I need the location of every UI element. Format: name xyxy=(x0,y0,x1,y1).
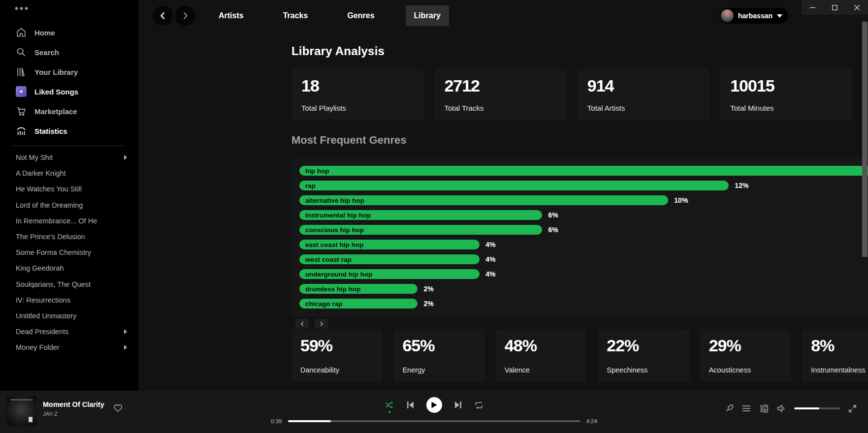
progress-bar[interactable] xyxy=(288,420,580,422)
genre-bar[interactable]: chicago rap xyxy=(299,299,418,309)
speaker-icon xyxy=(777,404,786,412)
playlist-item[interactable]: Money Folder xyxy=(0,340,138,355)
tab-library[interactable]: Library xyxy=(406,5,449,26)
genre-bar[interactable]: conscious hip hop xyxy=(299,225,542,235)
stat-card-total-playlists: 18 Total Playlists xyxy=(291,69,423,120)
playlist-label: The Prince's Delusion xyxy=(16,233,128,241)
playlist-label: He Watches You Still xyxy=(16,185,128,193)
app-menu-dots-icon[interactable]: ••• xyxy=(15,3,30,14)
previous-track-button[interactable] xyxy=(407,401,414,409)
sidebar-item-statistics[interactable]: Statistics xyxy=(0,121,138,141)
volume-button[interactable] xyxy=(777,404,786,412)
genre-bar[interactable]: drumless hip hop xyxy=(299,284,418,294)
genre-bar-label: conscious hip hop xyxy=(299,226,364,234)
stat-card-total-tracks: 2712 Total Tracks xyxy=(434,69,566,120)
playlist-item[interactable]: Soulqarians, The Quest xyxy=(0,277,138,292)
user-menu[interactable]: harbassan xyxy=(719,8,788,24)
feature-label: Energy xyxy=(402,366,476,374)
genres-pagination xyxy=(295,319,328,328)
repeat-button[interactable] xyxy=(474,401,483,409)
playlist-label: Lord of the Dreaming xyxy=(16,201,128,209)
shuffle-button[interactable] xyxy=(385,401,394,409)
genre-bar-label: alternative hip hop xyxy=(299,197,364,204)
genre-bar-label: hip hop xyxy=(299,167,329,175)
genre-bar-label: underground hip hop xyxy=(299,271,372,278)
prev-page-button[interactable] xyxy=(295,319,309,328)
sidebar-divider xyxy=(12,146,125,146)
genre-bar[interactable]: underground hip hop xyxy=(299,269,480,279)
progress-row: 0:39 4:24 xyxy=(0,418,868,424)
playlist-item[interactable]: The Prince's Delusion xyxy=(0,229,138,245)
sidebar-item-home[interactable]: Home xyxy=(0,23,138,42)
playlist-item[interactable]: He Watches You Still xyxy=(0,181,138,197)
maximize-icon xyxy=(832,5,837,10)
genres-bar-chart: hip hop 20% rap 12% alternative hip hop … xyxy=(291,158,868,317)
close-button[interactable] xyxy=(850,0,865,15)
feature-card-valence: 48% Valence xyxy=(496,329,587,382)
chevron-right-icon xyxy=(124,329,128,335)
genre-bar-percent: 6% xyxy=(548,226,558,234)
repeat-icon xyxy=(474,401,483,409)
queue-button[interactable] xyxy=(742,405,751,412)
stat-value: 10015 xyxy=(730,76,842,95)
volume-slider[interactable] xyxy=(794,407,840,409)
scrollbar-thumb[interactable] xyxy=(862,22,868,257)
playlist-item[interactable]: Not My Shit xyxy=(0,150,138,165)
genre-bar[interactable]: hip hop xyxy=(299,166,868,176)
genre-bar[interactable]: instrumental hip hop xyxy=(299,210,542,220)
genre-bar[interactable]: east coast hip hop xyxy=(299,240,480,249)
tab-tracks[interactable]: Tracks xyxy=(275,5,317,26)
minimize-button[interactable] xyxy=(805,0,820,15)
lyrics-mic-button[interactable] xyxy=(725,404,734,413)
feature-card-energy: 65% Energy xyxy=(393,329,484,382)
sidebar-item-liked-songs[interactable]: ♥ Liked Songs xyxy=(0,82,138,101)
sidebar-item-marketplace[interactable]: Marketplace xyxy=(0,101,138,121)
cart-icon xyxy=(16,106,27,117)
fullscreen-button[interactable] xyxy=(849,405,856,412)
chevron-left-icon xyxy=(159,11,167,20)
playlist-item[interactable]: In Remembrance... Of He xyxy=(0,213,138,229)
genre-bar-percent: 10% xyxy=(674,196,688,204)
playlist-item[interactable]: Dead Presidents xyxy=(0,324,138,340)
queue-icon xyxy=(742,405,751,412)
playlist-label: King Geedorah xyxy=(16,264,128,272)
maximize-button[interactable] xyxy=(828,0,842,15)
genre-bar-percent: 6% xyxy=(548,211,558,219)
genre-bar-label: west coast rap xyxy=(299,256,352,263)
search-icon xyxy=(16,47,27,58)
playlist-label: In Remembrance... Of He xyxy=(16,217,128,225)
tab-artists[interactable]: Artists xyxy=(210,5,252,26)
playlist-item[interactable]: King Geedorah xyxy=(0,260,138,276)
playlist-item[interactable]: Lord of the Dreaming xyxy=(0,197,138,213)
tab-genres[interactable]: Genres xyxy=(339,5,383,26)
playlist-item[interactable]: Some Forma Chemistry xyxy=(0,245,138,260)
stat-value: 914 xyxy=(587,76,700,95)
device-icon xyxy=(759,404,769,413)
feature-label: Danceability xyxy=(300,366,374,374)
back-button[interactable] xyxy=(153,6,173,26)
playlist-item[interactable]: IV: Resurrections xyxy=(0,292,138,308)
play-button[interactable] xyxy=(426,397,442,413)
home-icon xyxy=(16,27,27,38)
connect-device-button[interactable] xyxy=(759,404,769,413)
genre-bar[interactable]: rap xyxy=(299,181,729,190)
playlist-item[interactable]: A Darker Knight xyxy=(0,165,138,181)
avatar xyxy=(721,9,734,22)
genre-bar[interactable]: west coast rap xyxy=(299,254,480,264)
playlist-item[interactable]: Untitled Unmastery xyxy=(0,308,138,324)
genre-bar[interactable]: alternative hip hop xyxy=(299,195,668,205)
next-page-button[interactable] xyxy=(315,319,328,328)
forward-button[interactable] xyxy=(175,6,195,26)
main-panel: Artists Tracks Genres Library Library An… xyxy=(138,0,868,391)
sidebar-item-label: Search xyxy=(34,48,59,57)
next-track-button[interactable] xyxy=(454,401,462,409)
genre-bar-percent: 12% xyxy=(735,182,748,189)
genre-bar-row: underground hip hop 4% xyxy=(299,269,868,279)
sidebar-item-your-library[interactable]: Your Library xyxy=(0,62,138,82)
feature-card-speechiness: 22% Speechiness xyxy=(598,329,689,382)
liked-heart-icon: ♥ xyxy=(16,86,27,97)
sidebar-item-search[interactable]: Search xyxy=(0,42,138,62)
genre-bar-row: hip hop 20% xyxy=(299,166,868,176)
genre-bar-row: chicago rap 2% xyxy=(299,299,868,309)
top-tabs: Artists Tracks Genres Library xyxy=(210,5,449,26)
